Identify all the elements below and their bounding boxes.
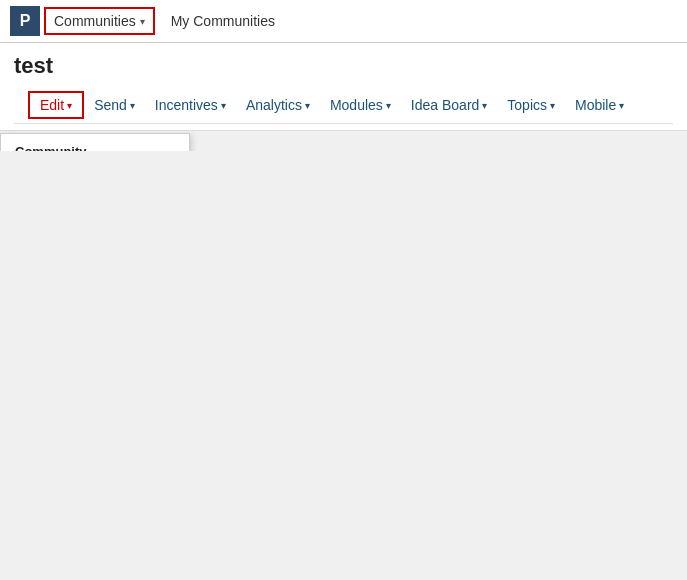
main-content: Community Settings Pages Languages Image… bbox=[0, 131, 687, 151]
nav-item-edit[interactable]: Edit ▾ bbox=[28, 91, 84, 119]
nav-item-mobile[interactable]: Mobile ▾ bbox=[565, 93, 634, 117]
secondary-nav: Edit ▾ Send ▾ Incentives ▾ Analytics ▾ M… bbox=[14, 87, 673, 124]
top-bar: P Communities ▾ My Communities bbox=[0, 0, 687, 43]
idea-board-chevron-icon: ▾ bbox=[482, 100, 487, 111]
nav-item-topics[interactable]: Topics ▾ bbox=[497, 93, 565, 117]
edit-dropdown-menu: Community Settings Pages Languages Image… bbox=[0, 133, 190, 151]
logo-icon: P bbox=[10, 6, 40, 36]
page-title: test bbox=[14, 53, 673, 79]
communities-dropdown-button[interactable]: Communities ▾ bbox=[44, 7, 155, 35]
nav-item-analytics[interactable]: Analytics ▾ bbox=[236, 93, 320, 117]
mobile-chevron-icon: ▾ bbox=[619, 100, 624, 111]
modules-chevron-icon: ▾ bbox=[386, 100, 391, 111]
communities-chevron-icon: ▾ bbox=[140, 16, 145, 27]
analytics-chevron-icon: ▾ bbox=[305, 100, 310, 111]
topics-chevron-icon: ▾ bbox=[550, 100, 555, 111]
nav-item-incentives[interactable]: Incentives ▾ bbox=[145, 93, 236, 117]
my-communities-link[interactable]: My Communities bbox=[171, 13, 275, 29]
communities-label: Communities bbox=[54, 13, 136, 29]
send-chevron-icon: ▾ bbox=[130, 100, 135, 111]
edit-chevron-icon: ▾ bbox=[67, 100, 72, 111]
nav-item-idea-board[interactable]: Idea Board ▾ bbox=[401, 93, 498, 117]
nav-item-send[interactable]: Send ▾ bbox=[84, 93, 145, 117]
page-title-area: test Edit ▾ Send ▾ Incentives ▾ Analytic… bbox=[0, 43, 687, 131]
community-section-label: Community bbox=[1, 134, 189, 151]
nav-item-modules[interactable]: Modules ▾ bbox=[320, 93, 401, 117]
incentives-chevron-icon: ▾ bbox=[221, 100, 226, 111]
